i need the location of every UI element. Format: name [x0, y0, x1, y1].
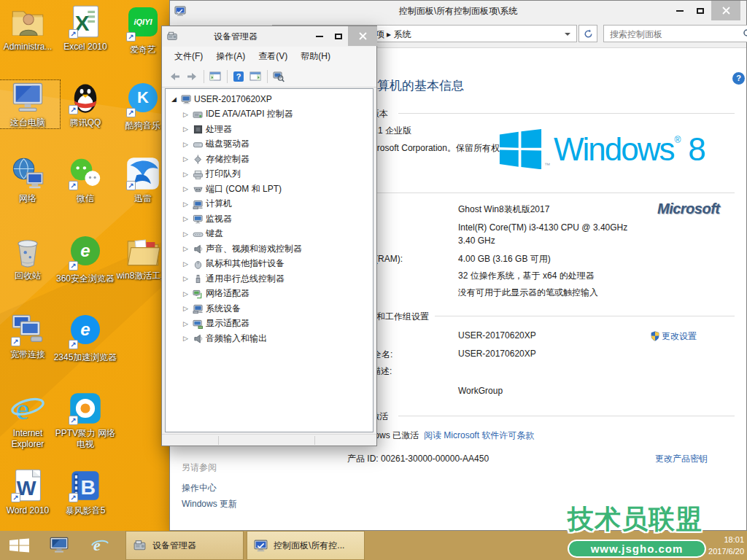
expand-toggle-icon[interactable]: ▷: [183, 201, 193, 208]
ie-icon: e: [10, 391, 45, 426]
product-id: 产品 ID: 00261-30000-00000-AA450: [347, 453, 489, 465]
back-icon[interactable]: [169, 71, 181, 82]
tree-item[interactable]: ▷鼠标和其他指针设备: [166, 257, 373, 272]
expand-toggle-icon[interactable]: ▷: [183, 305, 193, 312]
scan-hardware-icon[interactable]: [273, 71, 285, 82]
refresh-button[interactable]: [578, 25, 597, 42]
tree-item[interactable]: ▷监视器: [166, 211, 373, 227]
change-settings-link[interactable]: 更改设置: [662, 330, 697, 343]
menu-item-2[interactable]: 查看(V): [252, 47, 294, 66]
tree-item-label: 打印队列: [206, 168, 241, 180]
action-pane-icon[interactable]: [249, 71, 261, 82]
expand-toggle-icon[interactable]: ▷: [183, 125, 193, 133]
storm-icon: B↗: [68, 468, 103, 503]
expand-toggle-icon[interactable]: ▷: [183, 320, 193, 327]
tree-item-label: 处理器: [206, 123, 232, 136]
taskbar-button-control-panel[interactable]: 控制面板\所有控...: [247, 531, 365, 560]
tree-item[interactable]: ▷磁盘驱动器: [166, 137, 373, 152]
tree-item[interactable]: ▷端口 (COM 和 LPT): [166, 182, 373, 197]
menu-bar: 文件(F)操作(A)查看(V)帮助(H): [162, 47, 376, 66]
close-button[interactable]: [348, 26, 377, 46]
tree-item[interactable]: ▷音频输入和输出: [166, 331, 373, 346]
desktop-icon-storm[interactable]: B↗暴风影音5: [53, 468, 117, 516]
desktop-icon-word[interactable]: W↗Word 2010: [0, 468, 60, 516]
forward-icon[interactable]: [186, 71, 198, 82]
expand-toggle-icon[interactable]: ▷: [183, 185, 193, 192]
taskbar-button-device-manager[interactable]: 设备管理器: [125, 531, 244, 560]
mouse-icon: [193, 259, 206, 269]
minimize-button[interactable]: [310, 26, 329, 46]
desktop-icon-this-pc[interactable]: 这台电脑: [0, 80, 60, 128]
tree-item[interactable]: ▷系统设备: [166, 301, 373, 316]
tree-item[interactable]: ▷存储控制器: [166, 152, 373, 167]
desktop-icon-wechat[interactable]: ↗微信: [53, 156, 117, 204]
expand-toggle-icon[interactable]: ▷: [183, 275, 193, 282]
license-terms-link[interactable]: 阅读 Microsoft 软件许可条款: [424, 429, 534, 442]
file-explorer-icon[interactable]: [44, 531, 74, 560]
desktop-icon-label: 这台电脑: [0, 117, 60, 128]
tree-item[interactable]: ◢USER-20170620XP: [166, 92, 373, 107]
desktop-icon-network[interactable]: 网络: [0, 156, 60, 204]
help-icon[interactable]: ?: [233, 71, 244, 82]
desktop-icon-broadband[interactable]: ↗宽带连接: [0, 312, 60, 360]
desktop-icon-excel[interactable]: X↗Excel 2010: [53, 4, 117, 52]
tree-item[interactable]: ▷键盘: [166, 227, 373, 242]
tree-item[interactable]: ▷IDE ATA/ATAPI 控制器: [166, 107, 373, 122]
change-product-key-link[interactable]: 更改产品密钥: [655, 453, 708, 465]
title-bar[interactable]: 设备管理器: [162, 26, 376, 47]
console-tree-icon[interactable]: [209, 71, 221, 82]
search-box[interactable]: 搜索控制面板: [603, 25, 747, 42]
start-button[interactable]: [0, 531, 38, 560]
desktop-icon-pptv[interactable]: ↗PPTV聚力 网络电视: [53, 391, 117, 450]
expand-toggle-icon[interactable]: ▷: [183, 155, 193, 163]
expand-toggle-icon[interactable]: ▷: [183, 335, 193, 342]
taskbar-button-label: 控制面板\所有控...: [274, 540, 344, 552]
menu-item-1[interactable]: 操作(A): [209, 47, 252, 66]
desktop-icon-360se[interactable]: e↗360安全浏览器: [53, 233, 117, 284]
search-icon[interactable]: [743, 28, 747, 39]
desktop-icon-2345[interactable]: e↗2345加速浏览器: [53, 312, 117, 363]
internet-explorer-icon[interactable]: e: [85, 531, 115, 560]
tree-item[interactable]: ▷声音、视频和游戏控制器: [166, 241, 373, 257]
tree-item[interactable]: ▷通用串行总线控制器: [166, 271, 373, 287]
collapse-toggle-icon[interactable]: ◢: [171, 96, 181, 103]
desktop-icon-admin-folder[interactable]: Administra...: [0, 4, 60, 52]
minimize-button[interactable]: [670, 1, 689, 20]
expand-toggle-icon[interactable]: ▷: [183, 215, 193, 222]
expand-toggle-icon[interactable]: ▷: [183, 111, 193, 118]
maximize-button[interactable]: [691, 1, 710, 20]
maximize-button[interactable]: [329, 26, 348, 46]
tree-item[interactable]: ▷计算机: [166, 197, 373, 212]
menu-item-3[interactable]: 帮助(H): [294, 47, 337, 66]
windows-update-link[interactable]: Windows 更新: [182, 498, 237, 510]
expand-toggle-icon[interactable]: ▷: [183, 245, 193, 252]
divider: [398, 416, 735, 416]
expand-toggle-icon[interactable]: ▷: [183, 171, 193, 178]
port-icon: [193, 184, 206, 194]
help-icon[interactable]: ?: [732, 72, 745, 85]
menu-item-0[interactable]: 文件(F): [168, 47, 209, 66]
tree-item[interactable]: ▷打印队列: [166, 167, 373, 182]
tree-item-label: 键盘: [206, 228, 223, 240]
desktop-icon-qq[interactable]: ↗腾讯QQ: [53, 80, 117, 128]
taskbar-clock[interactable]: 18:01 2017/6/20: [681, 534, 744, 557]
desktop: Administra...X↗Excel 2010iQIYI↗爱奇艺这台电脑↗腾…: [0, 0, 747, 560]
tree-item[interactable]: ▷网络适配器: [166, 287, 373, 302]
device-manager-icon: [133, 539, 147, 553]
tree-item[interactable]: ▷显示适配器: [166, 316, 373, 332]
action-center-link[interactable]: 操作中心: [182, 482, 217, 494]
device-manager-icon: [166, 31, 178, 42]
chevron-down-icon[interactable]: [565, 33, 570, 36]
desktop-icon-ie[interactable]: eInternet Explorer: [0, 391, 60, 450]
expand-toggle-icon[interactable]: ▷: [183, 230, 193, 238]
close-button[interactable]: [711, 1, 740, 20]
recycle-bin-icon: [10, 233, 45, 268]
clock-date: 2017/6/20: [681, 545, 744, 557]
expand-toggle-icon[interactable]: ▷: [183, 290, 193, 298]
expand-toggle-icon[interactable]: ▷: [183, 141, 193, 148]
expand-toggle-icon[interactable]: ▷: [183, 260, 193, 268]
title-bar[interactable]: 控制面板\所有控制面板项\系统: [170, 1, 746, 21]
cpu-value-line2: 3.40 GHz: [458, 236, 495, 246]
desktop-icon-recycle-bin[interactable]: 回收站: [0, 233, 60, 281]
tree-item[interactable]: ▷处理器: [166, 122, 373, 137]
